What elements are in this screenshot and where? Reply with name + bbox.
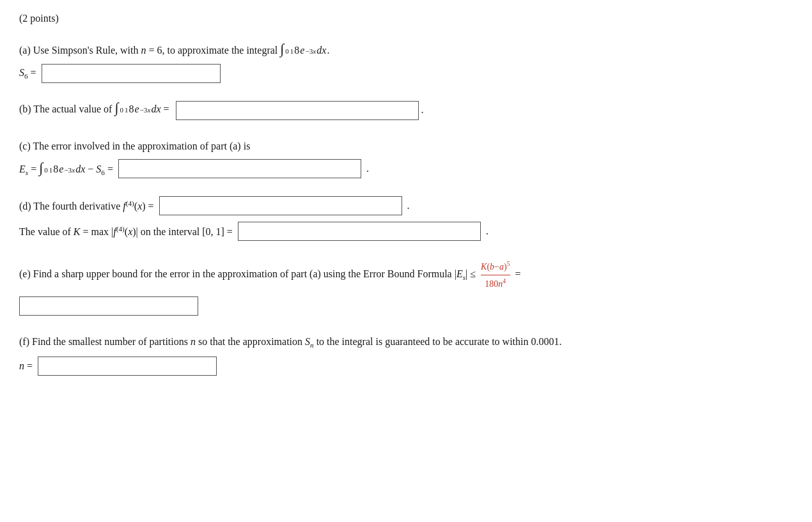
part-d-label2: The value of K = max |f(4)(x)| on the in… — [19, 225, 233, 238]
part-a-answer-row: S6 = — [19, 64, 793, 83]
part-e-text: (e) Find a sharp upper bound for the err… — [19, 268, 521, 279]
part-d-label1: (d) The fourth derivative f(4)(x) = — [19, 199, 154, 212]
part-a-label: (a) Use Simpson's Rule, with n = 6, to a… — [19, 42, 793, 59]
part-e-section: (e) Find a sharp upper bound for the err… — [19, 259, 793, 316]
part-d-section: (d) The fourth derivative f(4)(x) = . Th… — [19, 196, 793, 241]
part-f-section: (f) Find the smallest number of partitio… — [19, 334, 793, 376]
part-c-dot: . — [366, 163, 369, 174]
part-b-input[interactable] — [176, 101, 419, 120]
part-d-row2: The value of K = max |f(4)(x)| on the in… — [19, 222, 793, 241]
part-f-text: (f) Find the smallest number of partitio… — [19, 336, 562, 347]
part-b-section: (b) The actual value of ∫01 8e−3xdx = . — [19, 101, 793, 120]
part-d-row1: (d) The fourth derivative f(4)(x) = . — [19, 196, 793, 215]
part-d-dot1: . — [407, 200, 410, 211]
problem-header: (2 points) — [19, 13, 793, 24]
part-c-label: (c) The error involved in the approximat… — [19, 138, 793, 155]
part-c-text: (c) The error involved in the approximat… — [19, 141, 250, 151]
part-a-input[interactable] — [42, 64, 221, 83]
part-c-input[interactable] — [118, 159, 361, 178]
part-e-answer-row — [19, 296, 793, 316]
part-b-label: (b) The actual value of ∫01 8e−3xdx = . — [19, 101, 793, 120]
part-a-prefix: S6 = — [19, 67, 36, 80]
part-e-input[interactable] — [19, 296, 198, 316]
fraction-denominator: 180n4 — [485, 275, 506, 291]
part-b-dot: . — [421, 104, 424, 114]
part-e-label: (e) Find a sharp upper bound for the err… — [19, 259, 793, 291]
points-label: (2 points) — [19, 13, 793, 24]
fraction-numerator: K(b−a)5 — [481, 259, 510, 275]
part-c-section: (c) The error involved in the approximat… — [19, 138, 793, 179]
part-f-answer-row: n = — [19, 357, 793, 376]
part-c-prefix: Es = ∫01 8e−3xdx − S6 = — [19, 161, 113, 176]
part-a-section: (a) Use Simpson's Rule, with n = 6, to a… — [19, 42, 793, 83]
part-f-label: (f) Find the smallest number of partitio… — [19, 334, 793, 351]
part-c-answer-row: Es = ∫01 8e−3xdx − S6 = . — [19, 159, 793, 178]
part-f-prefix: n = — [19, 360, 33, 372]
part-d-input1[interactable] — [159, 196, 402, 215]
part-b-text: (b) The actual value of ∫01 8e−3xdx = — [19, 104, 172, 114]
part-d-dot2: . — [486, 226, 488, 237]
part-a-text: (a) Use Simpson's Rule, with n = 6, to a… — [19, 45, 329, 56]
part-d-input2[interactable] — [238, 222, 481, 241]
part-f-input[interactable] — [38, 357, 217, 376]
